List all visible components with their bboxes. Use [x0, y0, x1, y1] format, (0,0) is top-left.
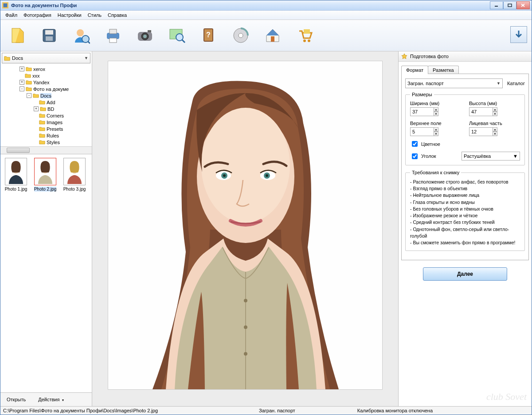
camera-button[interactable]	[135, 26, 155, 45]
download-button[interactable]	[510, 26, 527, 43]
face-input[interactable]	[469, 127, 493, 136]
corner-style-value: Растушёвка	[464, 153, 491, 159]
minimize-button[interactable]	[490, 1, 503, 9]
svg-text:?: ?	[206, 31, 211, 39]
corner-style-combo[interactable]: Растушёвка ▼	[462, 152, 520, 161]
save-button[interactable]	[39, 26, 59, 45]
person-button[interactable]	[71, 26, 91, 45]
spin-down[interactable]: ▼	[434, 112, 438, 116]
cart-button[interactable]	[295, 26, 314, 45]
thumbnail-item[interactable]: Photo 1.jpg	[2, 158, 30, 192]
spin-up[interactable]: ▲	[493, 127, 497, 132]
statusbar: C:\Program Files\Фото на документы Профи…	[0, 406, 532, 415]
catalog-link[interactable]: Каталог	[507, 81, 525, 86]
folder-icon	[33, 93, 39, 98]
thumbnail-label: Photo 1.jpg	[5, 187, 27, 192]
spin-up[interactable]: ▲	[493, 107, 497, 112]
thumbnail-item[interactable]: Photo 3.jpg	[61, 158, 88, 192]
tree-node[interactable]: Add	[0, 99, 92, 106]
menu-style[interactable]: Стиль	[85, 12, 105, 19]
expand-toggle[interactable]: +	[20, 67, 24, 71]
print-button[interactable]	[103, 26, 123, 45]
tree-node[interactable]: +BD	[0, 106, 92, 112]
color-checkbox[interactable]	[412, 141, 418, 147]
requirement-item: Расположение строго анфас, без поворотов	[410, 179, 520, 185]
folder-icon	[39, 100, 45, 105]
tree-node[interactable]: -Фото на докуме	[0, 86, 92, 92]
tree-node[interactable]: Images	[0, 119, 92, 125]
corner-checkbox[interactable]	[412, 153, 418, 159]
thumbnail-item[interactable]: Photo 2.jpg	[31, 158, 59, 192]
tree-label: BD	[47, 106, 54, 112]
spin-down[interactable]: ▼	[434, 132, 438, 136]
tree-label: Corners	[47, 113, 64, 118]
titlebar: Фото на документы Профи	[0, 0, 532, 11]
window-title: Фото на документы Профи	[11, 3, 490, 8]
zoom-button[interactable]	[167, 26, 187, 45]
maximize-button[interactable]	[503, 1, 516, 9]
menu-photo[interactable]: Фотография	[20, 12, 55, 19]
chevron-down-icon: ▼	[84, 56, 88, 60]
tab-format[interactable]: Формат	[401, 66, 428, 74]
requirement-item: Однотонный фон, светло-серый или светло-…	[410, 226, 520, 239]
star-icon	[401, 53, 407, 59]
expand-toggle[interactable]: -	[20, 86, 24, 91]
new-button[interactable]	[8, 26, 27, 45]
tree-node[interactable]: xxx	[0, 72, 92, 79]
tree-label: Styles	[47, 140, 60, 145]
open-button[interactable]: Открыть	[0, 395, 32, 404]
svg-point-48	[244, 325, 247, 329]
tree-node[interactable]: +Yandex	[0, 79, 92, 86]
home-button[interactable]	[263, 26, 282, 45]
next-button[interactable]: Далее	[423, 267, 507, 281]
svg-point-46	[266, 174, 268, 177]
requirement-item: Нейтральное выражение лица	[410, 192, 520, 199]
svg-point-47	[244, 299, 247, 302]
width-input[interactable]	[410, 107, 434, 116]
folder-combo[interactable]: Docs ▼	[2, 53, 90, 63]
corner-label: Уголок	[421, 153, 436, 159]
folder-icon	[40, 106, 46, 111]
menu-settings[interactable]: Настройки	[55, 12, 85, 19]
height-label: Высота (мм)	[469, 101, 520, 106]
tree-node[interactable]: -Docs	[0, 92, 92, 99]
requirement-item: Взгляд прямо в объектив	[410, 185, 520, 192]
right-panel: Подготовка фото Формат Разметка Загран. …	[398, 51, 532, 406]
close-button[interactable]	[516, 1, 530, 9]
actions-button[interactable]: Действия	[32, 395, 70, 404]
menu-help[interactable]: Справка	[105, 12, 130, 19]
format-combo[interactable]: Загран. паспорт ▼	[405, 78, 503, 88]
top-input[interactable]	[410, 127, 434, 136]
toolbar: ?	[0, 20, 532, 51]
svg-point-18	[143, 35, 147, 38]
tree-node[interactable]: +xerox	[0, 66, 92, 72]
svg-rect-15	[110, 38, 117, 43]
svg-rect-3	[508, 4, 512, 7]
tree-label: Add	[47, 100, 55, 105]
spin-down[interactable]: ▼	[493, 112, 497, 116]
format-combo-value: Загран. паспорт	[407, 81, 444, 86]
expand-toggle[interactable]: +	[20, 80, 24, 85]
svg-rect-31	[304, 29, 310, 34]
requirement-item: Глаза открыты и ясно видны	[410, 199, 520, 206]
tree-node[interactable]: Presets	[0, 125, 92, 132]
spin-up[interactable]: ▲	[434, 107, 438, 112]
height-input[interactable]	[469, 107, 493, 116]
menu-file[interactable]: Файл	[2, 12, 20, 19]
tree-node[interactable]: Styles	[0, 139, 92, 145]
spin-up[interactable]: ▲	[434, 127, 438, 132]
tree-node[interactable]: Corners	[0, 112, 92, 119]
folder-icon	[39, 133, 45, 138]
expand-toggle[interactable]: -	[27, 93, 31, 98]
spin-down[interactable]: ▼	[493, 132, 497, 136]
tab-markup[interactable]: Разметка	[428, 66, 459, 74]
expand-toggle[interactable]: +	[34, 106, 39, 111]
folder-icon	[39, 113, 45, 118]
svg-line-12	[88, 41, 90, 43]
cd-button[interactable]	[231, 26, 250, 45]
tree-node[interactable]: Rules	[0, 132, 92, 139]
folder-tree[interactable]: +xeroxxxx+Yandex-Фото на докуме-DocsAdd+…	[0, 65, 92, 146]
help-button[interactable]: ?	[199, 26, 219, 45]
photo-preview[interactable]	[108, 61, 382, 389]
tree-hscroll[interactable]	[0, 146, 92, 154]
